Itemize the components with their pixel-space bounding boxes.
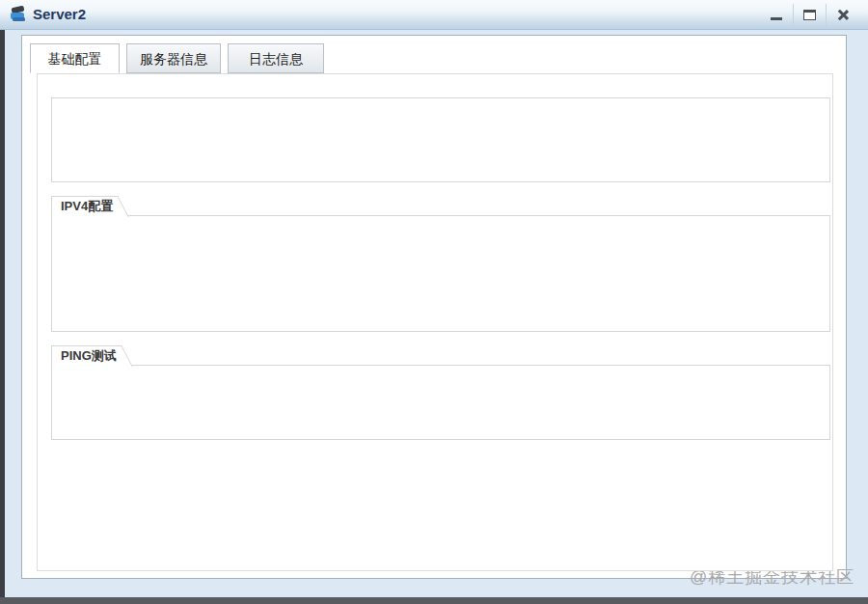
minimize-button[interactable] <box>760 4 793 27</box>
tab-log-info[interactable]: 日志信息 <box>228 43 324 73</box>
maximize-icon <box>803 10 816 20</box>
maximize-button[interactable] <box>793 4 826 27</box>
ipv4-groupbox <box>51 215 830 332</box>
close-icon <box>836 9 849 21</box>
window-bottom-edge <box>0 597 868 604</box>
server-icon <box>9 5 28 24</box>
ping-section-title: PING测试 <box>51 345 119 366</box>
ping-groupbox <box>51 365 830 440</box>
ipv4-section-title: IPV4配置 <box>51 196 115 216</box>
titlebar: Server2 <box>0 0 868 30</box>
main-panel: 基础配置 服务器信息 日志信息 Mac地址: (格式:00-01-02-03-0… <box>21 35 847 579</box>
minimize-icon <box>771 17 782 20</box>
tab-basic-config[interactable]: 基础配置 <box>30 43 120 73</box>
mac-groupbox <box>51 97 830 182</box>
close-button[interactable] <box>826 4 858 27</box>
window-controls <box>760 3 858 27</box>
tab-server-info[interactable]: 服务器信息 <box>126 43 221 73</box>
server-config-window: Server2 基础配置 服务器信息 日志信息 Mac地址: (格式:00-01… <box>0 0 868 604</box>
window-left-edge <box>0 30 5 598</box>
window-title: Server2 <box>33 6 86 22</box>
